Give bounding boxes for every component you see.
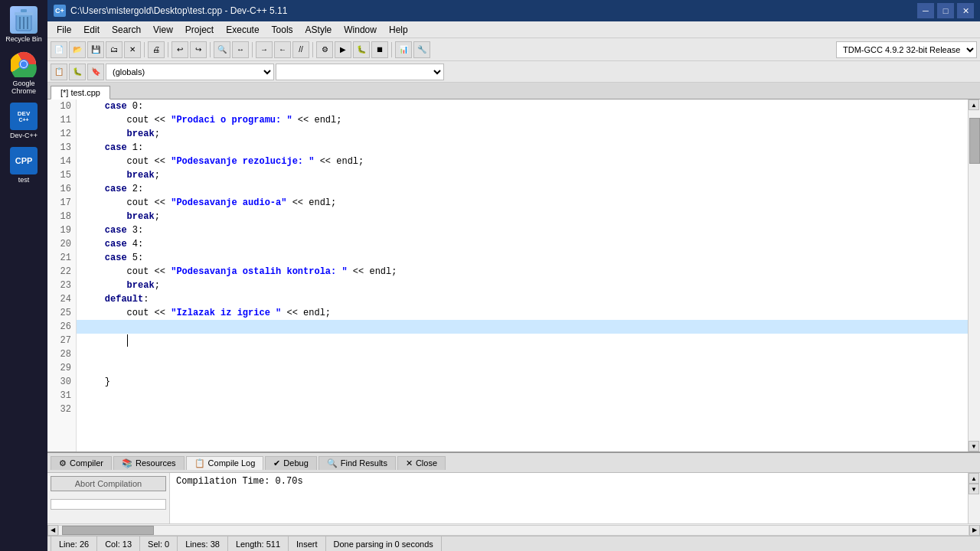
class-browser-button[interactable]: 📋 (51, 64, 67, 80)
bottom-scroll-v[interactable]: ▲ ▼ (968, 473, 980, 523)
menu-view[interactable]: View (147, 21, 179, 37)
desktop-icon-chrome[interactable]: Google Chrome (3, 47, 44, 98)
code-line-12: break; (77, 127, 968, 141)
new-button[interactable]: 📄 (51, 41, 67, 58)
desktop-icon-testcpp[interactable]: CPP test (3, 144, 44, 187)
linenum-21: 21 (47, 251, 76, 265)
hscroll-track[interactable] (58, 525, 969, 536)
hscroll-left[interactable]: ◀ (47, 525, 58, 536)
stop-button[interactable]: ⏹ (371, 41, 388, 58)
desktop-icon-recycle-label: Recycle Bin (5, 35, 42, 43)
code-line-31 (77, 389, 968, 403)
col-label: Col: (105, 540, 120, 549)
debug-toolbar-button[interactable]: 🐛 (69, 64, 86, 80)
compiler-tab-icon: ⚙ (59, 458, 67, 468)
hscroll-thumb[interactable] (62, 526, 154, 535)
replace-button[interactable]: ↔ (232, 41, 249, 58)
maximize-button[interactable]: □ (937, 3, 954, 18)
menu-tools[interactable]: Tools (266, 21, 299, 37)
menu-window[interactable]: Window (338, 21, 383, 37)
editor-area: 10 11 12 13 14 15 16 17 18 19 20 21 22 2… (47, 99, 980, 452)
debug-button[interactable]: 🐛 (353, 41, 370, 58)
scope-dropdown[interactable]: (globals) (106, 64, 274, 80)
svg-rect-2 (21, 9, 27, 12)
member-dropdown[interactable] (276, 64, 444, 80)
desktop-icon-test-label: test (18, 176, 30, 184)
unindent-button[interactable]: ← (274, 41, 291, 58)
status-sel: Sel: 0 (140, 536, 178, 551)
compile-log-output: Compilation Time: 0.70s (170, 473, 968, 523)
abort-compilation-button[interactable]: Abort Compilation (51, 476, 166, 491)
code-line-11: cout << "Prodaci o programu: " << endl; (77, 113, 968, 127)
save-button[interactable]: 💾 (87, 41, 104, 58)
compiler-dropdown[interactable]: TDM-GCC 4.9.2 32-bit Release (836, 41, 977, 58)
menu-help[interactable]: Help (383, 21, 414, 37)
code-line-15: break; (77, 168, 968, 182)
bottom-tab-bar: ⚙ Compiler 📚 Resources 📋 Compile Log ✔ D… (47, 453, 980, 473)
done-message: Done parsing in 0 seconds (334, 540, 433, 549)
run-button[interactable]: ▶ (335, 41, 351, 58)
menu-file[interactable]: File (51, 21, 77, 37)
svg-point-9 (21, 61, 27, 67)
menu-edit[interactable]: Edit (77, 21, 106, 37)
main-toolbar: 📄 📂 💾 🗂 ✕ 🖨 ↩ ↪ 🔍 ↔ → ← // ⚙ ▶ 🐛 ⏹ 📊 🔧 T… (47, 38, 980, 61)
hscroll-right[interactable]: ▶ (969, 525, 980, 536)
linenum-22: 22 (47, 265, 76, 279)
menu-search[interactable]: Search (106, 21, 147, 37)
close-button[interactable]: ✕ (957, 3, 974, 18)
tab-debug[interactable]: ✔ Debug (265, 456, 316, 470)
redo-button[interactable]: ↪ (190, 41, 207, 58)
scroll-thumb[interactable] (969, 118, 980, 164)
code-line-23: break; (77, 279, 968, 292)
save-all-button[interactable]: 🗂 (106, 41, 122, 58)
menu-astyle[interactable]: AStyle (299, 21, 338, 37)
comment-button[interactable]: // (292, 41, 309, 58)
menu-execute[interactable]: Execute (220, 21, 265, 37)
code-line-30: } (77, 375, 968, 389)
lines-label: Lines: (185, 540, 207, 549)
col-value: 13 (122, 540, 132, 549)
code-line-21: case 5: (77, 251, 968, 265)
separator-5 (312, 42, 313, 57)
bottom-scroll-h[interactable]: ◀ ▶ (47, 523, 980, 536)
linenum-26: 26 (47, 320, 76, 334)
close-file-button[interactable]: ✕ (124, 41, 141, 58)
linenum-24: 24 (47, 292, 76, 306)
profile-button[interactable]: 📊 (395, 41, 412, 58)
vertical-scrollbar[interactable]: ▲ ▼ (968, 99, 980, 452)
code-editor[interactable]: case 0: cout << "Prodaci o programu: " <… (77, 99, 968, 452)
open-button[interactable]: 📂 (69, 41, 86, 58)
tab-close[interactable]: ✕ Close (397, 456, 446, 470)
tab-find-results[interactable]: 🔍 Find Results (318, 456, 396, 470)
bottom-scroll-up[interactable]: ▲ (969, 473, 979, 484)
code-line-25: cout << "Izlazak iz igrice " << endl; (77, 306, 968, 320)
desktop-icon-devcpp[interactable]: DEV C++ Dev-C++ (3, 99, 44, 142)
insert-mode: Insert (296, 540, 318, 549)
print-button[interactable]: 🖨 (148, 41, 165, 58)
compile-button[interactable]: ⚙ (316, 41, 333, 58)
code-line-28 (77, 347, 968, 361)
linenum-20: 20 (47, 237, 76, 251)
minimize-button[interactable]: ─ (917, 3, 934, 18)
find-button[interactable]: 🔍 (214, 41, 230, 58)
menu-project[interactable]: Project (179, 21, 220, 37)
undo-button[interactable]: ↩ (172, 41, 188, 58)
code-line-10: case 0: (77, 99, 968, 113)
scroll-up-button[interactable]: ▲ (969, 99, 979, 110)
indent-button[interactable]: → (256, 41, 273, 58)
desktop-icon-recycle[interactable]: Recycle Bin (3, 3, 44, 46)
status-done: Done parsing in 0 seconds (326, 536, 442, 551)
tab-compile-log[interactable]: 📋 Compile Log (186, 456, 264, 470)
bookmark-button[interactable]: 🔖 (87, 64, 104, 80)
tools-button[interactable]: 🔧 (413, 41, 430, 58)
status-line: Line: 26 (51, 536, 97, 551)
tab-resources[interactable]: 📚 Resources (113, 456, 185, 470)
tab-test-cpp[interactable]: [*] test.cpp (51, 86, 110, 99)
scroll-down-button[interactable]: ▼ (969, 441, 979, 452)
code-line-26[interactable] (77, 320, 968, 334)
separator-2 (168, 42, 168, 57)
separator-6 (391, 42, 392, 57)
tab-compiler[interactable]: ⚙ Compiler (51, 456, 112, 470)
code-line-24: default: (77, 292, 968, 306)
bottom-scroll-down[interactable]: ▼ (969, 484, 979, 494)
